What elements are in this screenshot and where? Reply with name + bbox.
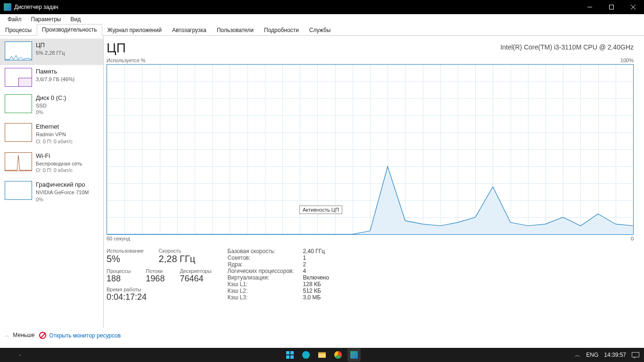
svg-rect-9 bbox=[632, 352, 639, 357]
processes-label: Процессы bbox=[107, 268, 131, 274]
menubar: Файл Параметры Вид bbox=[0, 14, 644, 25]
tray-chevron-icon[interactable]: ︿ bbox=[575, 351, 580, 359]
cores-value: 2 bbox=[303, 261, 306, 268]
svg-rect-8 bbox=[290, 355, 294, 359]
sidebar-ethernet-sub: Radmin VPN bbox=[36, 131, 73, 138]
cpu-model: Intel(R) Core(TM) i3-3110M CPU @ 2.40GHz bbox=[500, 43, 634, 51]
footer: ︿ Меньше Открыть монитор ресурсов bbox=[5, 332, 121, 339]
taskbar-taskmgr[interactable] bbox=[347, 348, 361, 362]
sidebar-gpu-label: Графический про bbox=[36, 181, 89, 189]
sidebar-ethernet-sub2: О: 0 П: 0 кбит/с bbox=[36, 138, 73, 145]
perf-sidebar: ЦП 5% 2,28 ГГц Память 3,6/7,9 ГБ (46%) Д… bbox=[0, 36, 104, 328]
close-icon bbox=[631, 5, 636, 9]
sidebar-wifi-sub2: О: 0 П: 0 кбит/с bbox=[36, 167, 82, 173]
notifications-icon[interactable] bbox=[632, 352, 639, 358]
l3-label: Кэш L3: bbox=[228, 294, 303, 301]
cpu-chart[interactable] bbox=[107, 64, 634, 235]
svg-marker-4 bbox=[107, 166, 633, 234]
cpu-details: Базовая скорость:2,40 ГГц Сокетов:1 Ядра… bbox=[228, 248, 329, 302]
folder-icon bbox=[318, 352, 326, 358]
menu-file[interactable]: Файл bbox=[3, 15, 26, 24]
taskbar-explorer[interactable] bbox=[315, 348, 329, 362]
speed-value: 2,28 ГГц bbox=[159, 254, 196, 264]
tab-processes[interactable]: Процессы bbox=[0, 25, 37, 36]
taskbar: - ︿ ENG 14:39:57 bbox=[0, 348, 644, 362]
sidebar-disk-sub: SSD bbox=[36, 102, 66, 109]
l1-value: 128 КБ bbox=[303, 281, 321, 288]
speed-label: Скорость bbox=[159, 248, 196, 254]
fewer-details-label: Меньше bbox=[13, 332, 34, 338]
l1-label: Кэш L1: bbox=[228, 281, 303, 288]
fewer-details-button[interactable]: ︿ Меньше bbox=[5, 332, 34, 339]
tabsbar: Процессы Производительность Журнал прило… bbox=[0, 25, 644, 36]
l2-label: Кэш L2: bbox=[228, 288, 303, 294]
window-title: Диспетчер задач bbox=[14, 4, 58, 10]
sidebar-item-wifi[interactable]: Wi-Fi Беспроводная сеть О: 0 П: 0 кбит/с bbox=[0, 149, 103, 178]
chart-bottom-right-label: 0 bbox=[631, 236, 634, 241]
chart-top-left-label: Используется % bbox=[107, 58, 146, 63]
tab-startup[interactable]: Автозагрузка bbox=[167, 25, 212, 36]
sidebar-item-ethernet[interactable]: Ethernet Radmin VPN О: 0 П: 0 кбит/с bbox=[0, 120, 103, 149]
chrome-icon bbox=[334, 351, 342, 359]
start-button[interactable] bbox=[283, 348, 297, 362]
cores-label: Ядра: bbox=[228, 261, 303, 268]
open-resmon-link[interactable]: Открыть монитор ресурсов bbox=[39, 332, 121, 339]
handles-label: Дескрипторы bbox=[180, 268, 211, 274]
taskbar-chrome[interactable] bbox=[331, 348, 345, 362]
minimize-icon bbox=[587, 5, 592, 9]
windows-icon bbox=[286, 351, 294, 359]
chart-top-right-label: 100% bbox=[620, 58, 634, 63]
ethernet-thumb bbox=[5, 123, 32, 142]
page-title: ЦП bbox=[107, 41, 126, 56]
tab-performance[interactable]: Производительность bbox=[37, 24, 102, 36]
tab-apphistory[interactable]: Журнал приложений bbox=[102, 25, 167, 36]
usage-label: Использование bbox=[107, 248, 144, 254]
sidebar-item-memory[interactable]: Память 3,6/7,9 ГБ (46%) bbox=[0, 65, 103, 91]
sidebar-item-disk[interactable]: Диск 0 (C:) SSD 0% bbox=[0, 91, 103, 120]
main-panel: ЦП Intel(R) Core(TM) i3-3110M CPU @ 2.40… bbox=[104, 36, 644, 328]
svg-rect-5 bbox=[286, 351, 289, 354]
language-indicator[interactable]: ENG bbox=[586, 352, 598, 358]
sidebar-gpu-sub: NVIDIA GeForce 710M bbox=[36, 189, 89, 196]
memory-thumb bbox=[5, 68, 32, 87]
usage-value: 5% bbox=[107, 254, 144, 264]
l2-value: 512 КБ bbox=[303, 288, 321, 294]
sockets-value: 1 bbox=[303, 255, 306, 261]
handles-value: 76464 bbox=[180, 274, 211, 284]
disk-thumb bbox=[5, 94, 32, 113]
tab-users[interactable]: Пользователи bbox=[212, 25, 259, 36]
svg-rect-6 bbox=[290, 351, 294, 354]
sidebar-gpu-sub2: 0% bbox=[36, 196, 89, 203]
close-button[interactable] bbox=[622, 0, 644, 14]
maximize-icon bbox=[609, 5, 614, 9]
sidebar-memory-sub: 3,6/7,9 ГБ (46%) bbox=[36, 76, 74, 82]
l3-value: 3,0 МБ bbox=[303, 294, 321, 301]
menu-view[interactable]: Вид bbox=[66, 15, 85, 24]
uptime-value: 0:04:17:24 bbox=[107, 292, 212, 302]
minimize-button[interactable] bbox=[579, 0, 601, 14]
tab-details[interactable]: Подробности bbox=[259, 25, 304, 36]
threads-label: Потоки bbox=[146, 268, 165, 274]
cpu-thumb bbox=[5, 41, 32, 60]
tab-services[interactable]: Службы bbox=[304, 25, 336, 36]
sidebar-ethernet-label: Ethernet bbox=[36, 123, 73, 131]
base-speed-label: Базовая скорость: bbox=[228, 248, 303, 255]
sidebar-item-gpu[interactable]: Графический про NVIDIA GeForce 710M 0% bbox=[0, 178, 103, 207]
resmon-icon bbox=[39, 332, 46, 339]
sidebar-cpu-sub: 5% 2,28 ГГц bbox=[36, 49, 65, 56]
sidebar-item-cpu[interactable]: ЦП 5% 2,28 ГГц bbox=[0, 39, 103, 65]
gpu-thumb bbox=[5, 181, 32, 200]
sockets-label: Сокетов: bbox=[228, 255, 303, 261]
taskbar-left: - bbox=[19, 352, 21, 358]
app-icon bbox=[4, 3, 11, 11]
open-resmon-label: Открыть монитор ресурсов bbox=[49, 332, 121, 339]
base-speed-value: 2,40 ГГц bbox=[303, 248, 325, 255]
maximize-button[interactable] bbox=[601, 0, 622, 14]
taskbar-edge[interactable] bbox=[299, 348, 313, 362]
virtualization-label: Виртуализация: bbox=[228, 274, 303, 281]
sidebar-wifi-sub: Беспроводная сеть bbox=[36, 160, 82, 167]
svg-rect-1 bbox=[610, 5, 614, 9]
clock[interactable]: 14:39:57 bbox=[604, 352, 626, 358]
taskmgr-icon bbox=[350, 351, 358, 359]
menu-options[interactable]: Параметры bbox=[26, 15, 66, 24]
